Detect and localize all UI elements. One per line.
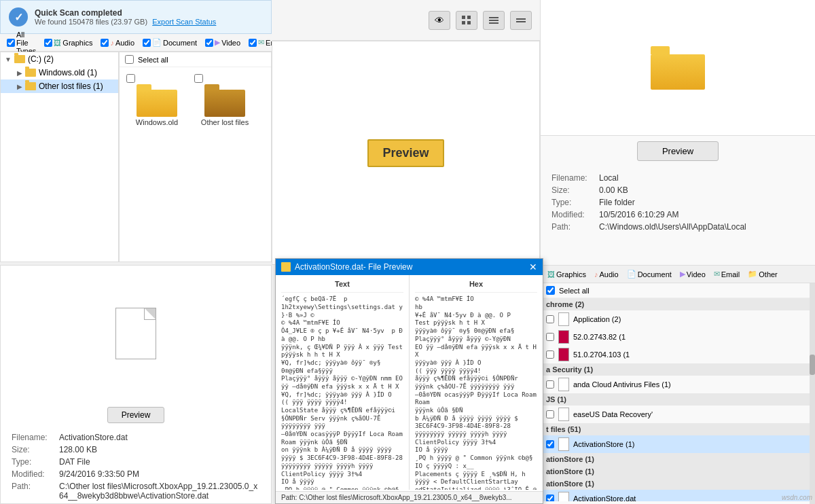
filter-document-checkbox[interactable] [143,39,151,47]
right-select-all-bar: Select all [541,283,815,298]
item-checkbox-51[interactable] [546,350,554,359]
center-preview-panel: Preview [272,41,540,265]
bottom-size-value: 128.00 KB [59,445,97,454]
bottom-preview-area [1,266,271,401]
modal-titlebar: ActivationStore.dat- File Preview ✕ [276,259,543,275]
bottom-file-meta: Filename: ActivationStore.dat Size: 128.… [1,429,271,504]
list-item-easeus[interactable]: easeUS Data Recovery' [541,406,815,423]
item-checkbox-application[interactable] [546,315,554,323]
meta-filename-value: Local [599,173,619,183]
tree-root[interactable]: ▼ (C:) (2) [1,52,118,66]
file-checkbox-windows[interactable] [126,74,135,83]
section-security: a Security (1) [541,363,815,376]
tree-other-label: Other lost files (1) [39,82,103,91]
modal-body: Text ´egfÇ ç beQã-7Ê p 1h2txyewy\Setting… [276,275,543,490]
file-meta-right: Filename: Local Size: 0.00 KB Type: File… [541,166,815,241]
right-filter-video[interactable]: ▶ Video [677,268,708,280]
modal-hex-content: © %4A ™mtmF¥E ÍO hb ¥+É åV¯ N4·5yv Ð à @… [415,295,537,490]
modal-path-text: Path: C:\Other lost files\Microsoft.Xbox… [281,494,512,501]
folder-body [137,90,177,117]
section-ationstore2: ationStore (1) [541,465,815,478]
right-filter-document[interactable]: 📄 Document [624,268,674,280]
list-view-button[interactable] [483,11,505,30]
right-select-all-checkbox[interactable] [546,286,555,295]
bottom-filename-value: ActivationStore.dat [59,433,128,442]
select-all-checkbox[interactable] [125,55,134,64]
filter-audio-checkbox[interactable] [101,39,109,47]
tree-arrow-windows: ▶ [17,69,22,77]
meta-type-value: File folder [599,198,635,207]
select-all-bar: Select all [120,52,271,67]
item-label-cloud: anda Cloud Antivirus Files (1) [573,380,671,389]
item-checkbox-easeus[interactable] [546,410,554,418]
eye-button[interactable] [429,11,450,30]
list-item-52[interactable]: 52.0.2743.82 (1 [541,328,815,346]
bottom-preview-button[interactable]: Preview [107,407,165,423]
meta-path-value: C:\Windows.old\Users\All\AppData\Local [599,222,746,232]
file-tree-panel: ▼ (C:) (2) ▶ Windows.old (1) ▶ Other los… [0,52,119,262]
export-link[interactable]: Export Scan Status [152,18,216,26]
graphics-icon: 🖼 [54,39,61,47]
right-filter-graphics[interactable]: 🖼 Graphics [545,269,589,280]
tree-folder-icon-other [25,82,36,90]
folder-icon-other [204,84,245,117]
right-preview-button[interactable]: Preview [637,141,719,161]
tree-windows-label: Windows.old (1) [39,68,97,77]
top-toolbar [272,0,540,41]
list-item-cloud[interactable]: anda Cloud Antivirus Files (1) [541,376,815,393]
tree-item-other-lost-files[interactable]: ▶ Other lost files (1) [1,79,118,93]
bottom-modified-value: 9/24/2016 9:33:50 PM [59,469,139,479]
filter-video-checkbox[interactable] [205,39,213,47]
bottom-meta-modified: Modified: 9/24/2016 9:33:50 PM [12,469,260,479]
right-filter-email[interactable]: ✉ Email [711,268,743,280]
item-checkbox-52[interactable] [546,333,554,341]
grid-view-button[interactable] [456,11,477,30]
file-checkbox-other[interactable] [194,74,203,83]
list-item-application[interactable]: Application (2) [541,310,815,328]
scrollbar-track[interactable] [810,283,815,504]
item-icon-activation-dat [558,492,569,501]
right-select-all-label: Select all [559,287,590,295]
filter-all-checkbox[interactable] [7,39,15,47]
right-audio-icon: ♪ [594,270,598,278]
section-ationstore3: ationStore (1) [541,478,815,490]
notification-title: Quick Scan completed [35,8,216,18]
filter-graphics[interactable]: 🖼 Graphics [41,37,95,48]
preview-label: Preview [367,139,443,167]
bottom-filename-label: Filename: [12,433,59,442]
filter-email-checkbox[interactable] [249,39,257,47]
watermark: wsdn.com [782,494,812,501]
eye-icon [435,15,444,26]
file-item-other-lost[interactable]: Other lost files [194,74,255,126]
list-item-activation1[interactable]: ActivationStore (1) [541,435,815,453]
scrollbar-thumb[interactable] [810,355,815,375]
bottom-modified-label: Modified: [12,469,59,479]
filter-audio[interactable]: ♪ Audio [98,37,137,48]
modal-close-button[interactable]: ✕ [529,262,537,272]
bottom-size-label: Size: [12,445,59,454]
right-graphics-icon: 🖼 [547,270,555,278]
right-info-panel: Preview Filename: Local Size: 0.00 KB Ty… [540,0,815,265]
filter-document[interactable]: 📄 Document [140,37,200,48]
section-ationstore1: ationStore (1) [541,453,815,465]
modal-path-bar: Path: C:\Other lost files\Microsoft.Xbox… [276,491,543,503]
item-checkbox-activation-dat[interactable] [546,494,554,501]
item-label-application: Application (2) [573,315,621,323]
filter-video[interactable]: ▶ Video [202,37,243,48]
list-item-51[interactable]: 51.0.2704.103 (1 [541,346,815,363]
file-item-windows-old[interactable]: Windows.old [126,74,187,126]
item-checkbox-cloud[interactable] [546,380,554,389]
right-filter-audio[interactable]: ♪ Audio [592,269,621,280]
bottom-meta-size: Size: 128.00 KB [12,445,260,454]
notification-subtitle: We found 150478 files (23.97 GB) Export … [35,18,216,26]
list-item-activation-dat[interactable]: ActivationStore.dat [541,490,815,501]
meta-filename-label: Filename: [551,173,599,183]
bottom-left-panel: Preview Filename: ActivationStore.dat Si… [0,265,272,504]
filter-graphics-checkbox[interactable] [44,39,52,47]
item-icon-activation1 [558,437,569,451]
item-checkbox-activation1[interactable] [546,440,554,448]
details-view-button[interactable] [510,11,532,30]
meta-type-label: Type: [551,198,599,207]
right-filter-other[interactable]: 📁 Other [745,268,780,280]
tree-item-windows-old[interactable]: ▶ Windows.old (1) [1,66,118,79]
